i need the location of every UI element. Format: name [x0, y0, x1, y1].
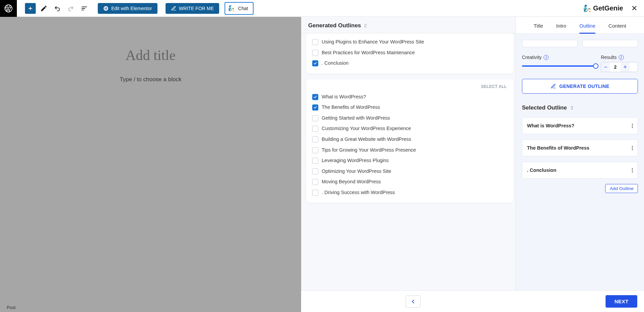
add-outline-button[interactable]: Add Outline [605, 184, 638, 193]
stub-field[interactable] [522, 40, 578, 47]
checkbox[interactable] [312, 39, 318, 45]
post-status: Post [7, 305, 16, 310]
info-icon[interactable]: i [619, 55, 624, 60]
edit-icon[interactable] [38, 3, 49, 14]
selected-outline-header: Selected Outline [522, 104, 567, 111]
getgenie-logo: 🧞 GetGenie [583, 4, 623, 12]
outline-item-label: The Benefits of WordPress [322, 104, 380, 111]
outline-item[interactable]: Best Practices for WordPress Maintenance [310, 48, 510, 58]
svg-rect-4 [106, 8, 107, 9]
selected-outline-text: What is WordPress? [527, 123, 575, 128]
genie-avatar-icon: 🧞 [227, 4, 235, 12]
kebab-menu-icon[interactable] [632, 124, 633, 128]
outline-item-label: Moving Beyond WordPress [322, 179, 381, 185]
outline-item[interactable]: Customizing Your WordPress Experience [310, 123, 510, 134]
creativity-slider[interactable] [522, 62, 596, 70]
outline-item[interactable]: What is WordPress? [310, 92, 510, 102]
outline-item[interactable]: Leveraging WordPress Plugins [310, 155, 510, 166]
wordpress-logo[interactable] [0, 0, 17, 17]
write-for-me-button[interactable]: WRITE FOR ME [166, 3, 219, 14]
checkbox[interactable] [312, 126, 318, 132]
checkbox[interactable] [312, 104, 318, 111]
kebab-menu-icon[interactable] [632, 146, 633, 150]
creativity-label: Creativity [522, 55, 541, 60]
outline-item[interactable]: Getting Started with WordPress [310, 113, 510, 124]
outline-item-label: . Driving Success with WordPress [322, 189, 395, 196]
checkbox[interactable] [312, 115, 318, 121]
editor-overlay [0, 17, 301, 312]
redo-icon [65, 3, 76, 14]
next-button[interactable]: NEXT [606, 295, 637, 308]
outline-item[interactable]: Building a Great Website with WordPress [310, 134, 510, 145]
results-label: Results [601, 55, 617, 60]
checkbox[interactable] [312, 168, 318, 175]
selected-outline-card[interactable]: What is WordPress? [522, 117, 638, 134]
checkbox[interactable] [312, 136, 318, 143]
svg-rect-3 [106, 7, 107, 8]
tab-content[interactable]: Content [609, 23, 626, 33]
tab-intro[interactable]: Intro [556, 23, 566, 33]
svg-rect-2 [105, 7, 106, 9]
checkbox[interactable] [312, 60, 318, 66]
outline-item-label: Customizing Your WordPress Experience [322, 125, 411, 132]
outline-item-label: What is WordPress? [322, 94, 366, 100]
add-block-button[interactable] [25, 3, 36, 14]
outline-item-label: Leveraging WordPress Plugins [322, 157, 389, 164]
outline-item[interactable]: Optimizing Your WordPress Site [310, 166, 510, 177]
checkbox[interactable] [312, 147, 318, 153]
outline-item-label: Best Practices for WordPress Maintenance [322, 50, 415, 56]
selected-outline-text: . Conclusion [527, 167, 556, 173]
outline-item-label: Building a Great Website with WordPress [322, 136, 411, 143]
info-icon[interactable]: i [544, 55, 549, 60]
outline-item[interactable]: Moving Beyond WordPress [310, 177, 510, 187]
checkbox[interactable] [312, 50, 318, 56]
generate-outline-button[interactable]: GENERATE OUTLINE [522, 79, 638, 94]
generated-outlines-count: 2 [364, 23, 367, 28]
checkbox[interactable] [312, 158, 318, 164]
outline-item-label: Getting Started with WordPress [322, 115, 390, 122]
checkbox[interactable] [312, 94, 318, 100]
selected-outline-text: The Benefits of WordPress [527, 145, 589, 151]
select-all-button[interactable]: SELECT ALL [310, 83, 510, 92]
tab-title[interactable]: Title [534, 23, 543, 33]
outline-item[interactable]: Using Plugins to Enhance Your WordPress … [310, 37, 510, 48]
outline-item[interactable]: The Benefits of WordPress [310, 102, 510, 113]
outline-item-label: Optimizing Your WordPress Site [322, 168, 391, 175]
selected-outline-card[interactable]: . Conclusion [522, 162, 638, 179]
kebab-menu-icon[interactable] [632, 168, 633, 173]
outline-item-label: Tips for Growing Your WordPress Presence [322, 147, 416, 154]
stepper-plus[interactable]: + [621, 62, 630, 72]
edit-elementor-button[interactable]: Edit with Elementor [98, 3, 157, 14]
elementor-label: Edit with Elementor [111, 6, 152, 11]
stepper-minus[interactable]: − [601, 62, 610, 72]
undo-icon[interactable] [52, 3, 63, 14]
svg-rect-5 [106, 9, 107, 9]
checkbox[interactable] [312, 190, 318, 196]
back-button[interactable] [406, 295, 420, 308]
selected-outline-count: 3 [570, 105, 573, 111]
outline-item[interactable]: . Driving Success with WordPress [310, 187, 510, 198]
results-value[interactable] [610, 64, 621, 70]
details-icon[interactable] [79, 3, 90, 14]
results-stepper[interactable]: − + [601, 62, 638, 72]
tab-outline[interactable]: Outline [579, 23, 595, 33]
generated-outlines-header: Generated Outlines [308, 22, 361, 29]
outline-item[interactable]: . Conclusion [310, 58, 510, 69]
stub-field[interactable] [582, 40, 638, 47]
outline-item-label: . Conclusion [322, 60, 349, 67]
chat-button[interactable]: 🧞 Chat [225, 2, 254, 15]
outline-item-label: Using Plugins to Enhance Your WordPress … [322, 39, 424, 45]
checkbox[interactable] [312, 179, 318, 185]
outline-item[interactable]: Tips for Growing Your WordPress Presence [310, 145, 510, 156]
write-label: WRITE FOR ME [179, 6, 214, 11]
chat-label: Chat [238, 6, 248, 11]
selected-outline-card[interactable]: The Benefits of WordPress [522, 139, 638, 156]
close-icon[interactable]: ✕ [631, 4, 637, 13]
